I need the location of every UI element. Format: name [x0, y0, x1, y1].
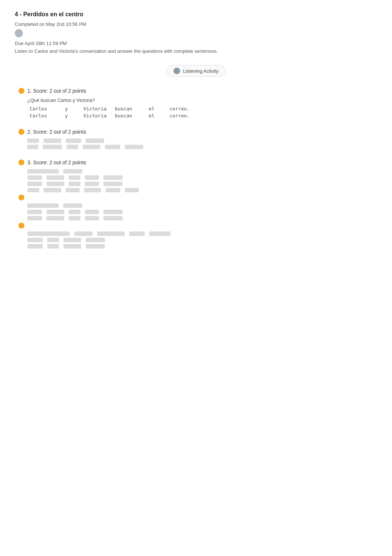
answer-row-1a: Carlos y Victoria buscan el correo. — [27, 106, 377, 111]
score-row-2: 2. Score: 2 out of 2 points — [18, 129, 377, 135]
question-block-1: 1. Score: 2 out of 2 points ¿Qué buscan … — [15, 88, 377, 119]
blurred-word — [27, 138, 39, 143]
blurred-word — [69, 182, 80, 186]
blurred-row — [27, 182, 377, 186]
audio-icon — [173, 68, 180, 74]
score-text-3: 3. Score: 2 out of 2 points — [27, 159, 86, 165]
blurred-word — [85, 210, 99, 214]
blurred-row — [27, 238, 377, 242]
blurred-word — [27, 175, 42, 180]
blurred-row — [27, 169, 377, 174]
blurred-word — [27, 169, 59, 174]
blurred-word — [43, 145, 62, 149]
word: Carlos — [27, 113, 49, 119]
blurred-word — [97, 231, 125, 236]
blurred-word — [27, 216, 42, 220]
blurred-word — [69, 210, 80, 214]
blurred-word — [44, 188, 61, 192]
blurred-word — [63, 169, 82, 174]
word: Victoria — [83, 106, 107, 111]
blurred-word — [86, 238, 105, 242]
blurred-word — [27, 238, 43, 242]
listening-activity-bar: Listening Activity — [15, 65, 377, 77]
blurred-word — [47, 216, 64, 220]
blurred-word — [85, 216, 99, 220]
word: y — [55, 106, 78, 111]
score-dot-3 — [18, 159, 24, 165]
blurred-word — [63, 238, 81, 242]
blurred-word — [106, 188, 120, 192]
page-title: 4 - Perdidos en el centro — [15, 11, 377, 18]
score-text-2: 2. Score: 2 out of 2 points — [27, 129, 86, 135]
blurred-word — [47, 238, 59, 242]
question-block-3: 3. Score: 2 out of 2 points — [15, 159, 377, 248]
blurred-row — [27, 231, 377, 236]
blurred-word — [63, 244, 81, 248]
word: el — [141, 113, 163, 119]
word: Carlos — [27, 106, 49, 111]
blurred-word — [27, 203, 59, 208]
blurred-block-3q — [27, 169, 377, 192]
word: buscan — [113, 113, 135, 119]
question-text-1: ¿Qué buscan Carlos y Victoria? — [27, 97, 377, 103]
avatar — [15, 29, 23, 37]
blurred-block-3s1 — [27, 203, 377, 220]
word: correo. — [169, 106, 191, 111]
blurred-word — [27, 231, 70, 236]
blurred-word — [69, 216, 80, 220]
blurred-word — [86, 138, 104, 143]
blurred-word — [66, 145, 78, 149]
blurred-word — [63, 203, 82, 208]
blurred-row — [27, 203, 377, 208]
blurred-word — [105, 145, 120, 149]
blurred-word — [47, 175, 64, 180]
blurred-word — [27, 182, 42, 186]
blurred-word — [83, 145, 100, 149]
listening-activity-inner[interactable]: Listening Activity — [166, 65, 226, 77]
blurred-word — [125, 145, 143, 149]
listening-label: Listening Activity — [183, 68, 219, 74]
blurred-word — [103, 175, 123, 180]
blurred-word — [85, 175, 99, 180]
word: correo. — [169, 113, 191, 119]
word: el — [141, 106, 163, 111]
sub-avatar-2 — [18, 223, 24, 229]
blurred-word — [27, 210, 42, 214]
blurred-row — [27, 145, 377, 149]
blurred-row — [27, 138, 377, 143]
blurred-word — [103, 182, 123, 186]
blurred-row — [27, 188, 377, 192]
blurred-word — [125, 188, 139, 192]
question-block-2: 2. Score: 2 out of 2 points — [15, 129, 377, 149]
score-row-1: 1. Score: 2 out of 2 points — [18, 88, 377, 94]
blurred-word — [47, 244, 59, 248]
completed-date: Completed on May 2nd 10:56 PM — [15, 21, 377, 27]
blurred-word — [47, 182, 64, 186]
blurred-word — [86, 244, 105, 248]
blurred-word — [27, 188, 39, 192]
blurred-word — [103, 210, 123, 214]
answer-row-1b: Carlos y Victoria buscan el correo. — [27, 113, 377, 119]
score-row-3: 3. Score: 2 out of 2 points — [18, 159, 377, 165]
sub-avatar-1 — [18, 195, 24, 200]
blurred-row — [27, 175, 377, 180]
score-dot-1 — [18, 88, 24, 94]
blurred-word — [27, 244, 43, 248]
blurred-word — [74, 231, 93, 236]
blurred-word — [149, 231, 171, 236]
blurred-row — [27, 244, 377, 248]
blurred-word — [103, 216, 123, 220]
score-dot-2 — [18, 129, 24, 135]
blurred-word — [27, 145, 38, 149]
word: buscan — [113, 106, 135, 111]
score-text-1: 1. Score: 2 out of 2 points — [27, 88, 86, 94]
blurred-block-3s2 — [27, 231, 377, 248]
blurred-word — [84, 188, 101, 192]
blurred-word — [69, 175, 80, 180]
blurred-block-2 — [27, 138, 377, 149]
due-date: Due April 28th 11:59 PM — [15, 41, 377, 46]
blurred-word — [44, 138, 61, 143]
blurred-word — [47, 210, 64, 214]
word: y — [55, 113, 78, 119]
blurred-word — [66, 138, 81, 143]
